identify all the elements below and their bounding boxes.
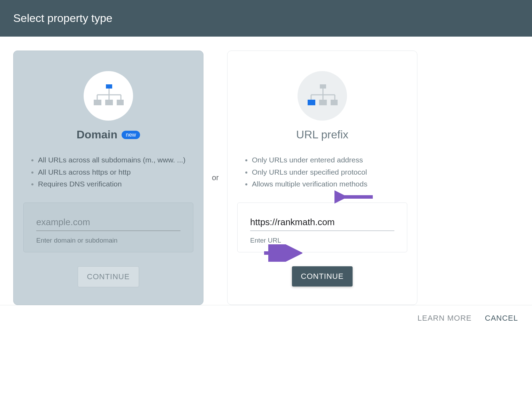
domain-continue-button[interactable]: CONTINUE [78,266,139,287]
domain-card-title: Domain [77,128,117,141]
svg-rect-6 [94,100,101,105]
sitemap-domain-icon [93,84,124,107]
dialog-header: Select property type [0,0,532,37]
domain-input[interactable] [36,215,180,231]
url-input[interactable] [250,215,394,231]
svg-rect-0 [106,84,112,89]
domain-icon-circle [84,71,133,121]
domain-bullet: All URLs across all subdomains (m., www.… [38,154,193,166]
property-card-url-prefix[interactable]: URL prefix Only URLs under entered addre… [227,51,417,305]
domain-bullet: All URLs across https or http [38,167,193,178]
url-input-box: Enter URL [237,203,407,252]
domain-input-help: Enter domain or subdomain [36,237,180,244]
domain-bullet: Requires DNS verification [38,178,193,190]
svg-rect-8 [117,100,124,105]
url-bullet-list: Only URLs under entered address Only URL… [237,154,407,191]
learn-more-button[interactable]: LEARN MORE [417,314,471,323]
url-input-help: Enter URL [250,237,394,244]
svg-rect-9 [320,84,326,89]
new-badge: new [122,131,140,139]
svg-rect-15 [308,100,315,105]
svg-rect-17 [331,100,338,105]
domain-title-row: Domain new [77,128,140,141]
url-icon-circle [298,71,347,121]
svg-rect-16 [319,100,327,105]
domain-bullet-list: All URLs across all subdomains (m., www.… [23,154,193,191]
url-bullet: Allows multiple verification methods [252,178,407,190]
svg-rect-7 [105,100,113,105]
url-title-row: URL prefix [296,128,348,141]
url-continue-button[interactable]: CONTINUE [292,266,353,287]
sitemap-url-icon [307,84,338,107]
or-separator: or [203,51,227,305]
cancel-button[interactable]: CANCEL [485,314,518,323]
dialog-title: Select property type [13,12,113,24]
dialog-content: Domain new All URLs across all subdomain… [0,37,532,305]
url-card-title: URL prefix [296,128,348,141]
domain-input-box: Enter domain or subdomain [23,203,193,252]
property-card-domain[interactable]: Domain new All URLs across all subdomain… [13,51,203,305]
dialog-footer: LEARN MORE CANCEL [0,305,532,331]
url-bullet: Only URLs under specified protocol [252,167,407,178]
url-bullet: Only URLs under entered address [252,154,407,166]
